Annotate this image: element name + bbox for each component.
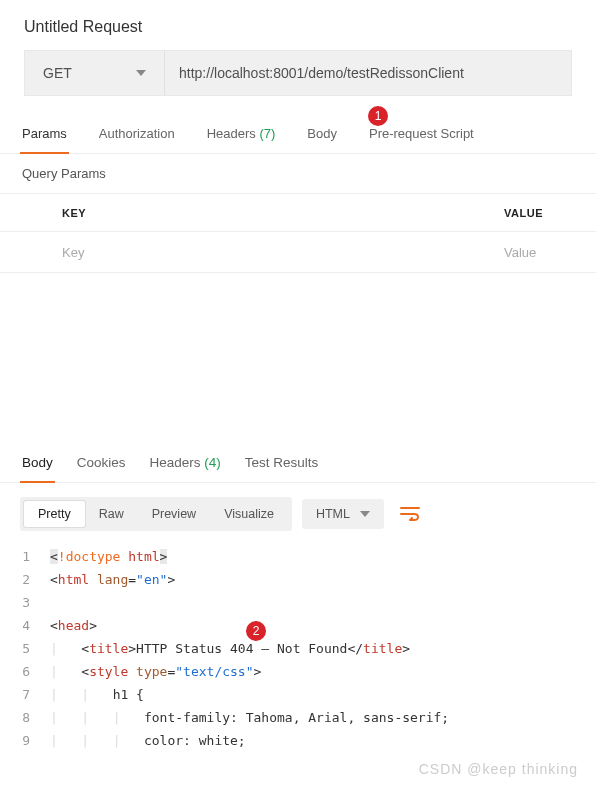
view-visualize[interactable]: Visualize: [210, 501, 288, 527]
wrap-lines-button[interactable]: [394, 498, 426, 530]
annotation-badge-1: 1: [368, 106, 388, 126]
table-header: KEY VALUE: [0, 194, 596, 232]
wrap-icon: [400, 507, 420, 521]
url-bar: GET http://localhost:8001/demo/testRedis…: [24, 50, 572, 96]
view-preview[interactable]: Preview: [138, 501, 210, 527]
code-line: 8| | | font-family: Tahoma, Arial, sans-…: [20, 706, 596, 729]
code-line: 3: [20, 591, 596, 614]
response-tabs: BodyCookiesHeaders (4)Test Results: [0, 443, 596, 483]
view-raw[interactable]: Raw: [85, 501, 138, 527]
code-line: 4<head>: [20, 614, 596, 637]
language-label: HTML: [316, 507, 350, 521]
tab-authorization[interactable]: Authorization: [97, 116, 177, 153]
request-tabs: ParamsAuthorizationHeaders (7)BodyPre-re…: [0, 116, 596, 154]
code-line: 9| | | color: white;: [20, 729, 596, 752]
code-line: 5| <title>HTTP Status 404 – Not Found</t…: [20, 637, 596, 660]
chevron-down-icon: [360, 511, 370, 517]
tab-resp-headers[interactable]: Headers (4): [148, 443, 223, 482]
table-row[interactable]: Key Value: [0, 232, 596, 272]
chevron-down-icon: [136, 70, 146, 76]
tab-headers[interactable]: Headers (7): [205, 116, 278, 153]
value-input[interactable]: Value: [504, 245, 596, 260]
query-params-title: Query Params: [0, 154, 596, 193]
response-body-code[interactable]: 1<!doctype html>2<html lang="en">34<head…: [0, 545, 596, 752]
tab-body[interactable]: Body: [305, 116, 339, 153]
view-pretty[interactable]: Pretty: [24, 501, 85, 527]
url-input[interactable]: http://localhost:8001/demo/testRedissonC…: [165, 51, 571, 95]
col-value: VALUE: [504, 207, 596, 219]
tab-resp-body[interactable]: Body: [20, 443, 55, 482]
view-mode-segment: Pretty Raw Preview Visualize: [20, 497, 292, 531]
tab-resp-test-results[interactable]: Test Results: [243, 443, 321, 482]
http-method-label: GET: [43, 65, 72, 81]
col-key: KEY: [62, 207, 504, 219]
key-input[interactable]: Key: [62, 245, 504, 260]
annotation-badge-2: 2: [246, 621, 266, 641]
code-line: 1<!doctype html>: [20, 545, 596, 568]
query-params-table: KEY VALUE Key Value: [0, 193, 596, 273]
code-line: 7| | h1 {: [20, 683, 596, 706]
request-title: Untitled Request: [0, 0, 596, 50]
response-toolbar: Pretty Raw Preview Visualize HTML: [0, 483, 596, 545]
code-line: 2<html lang="en">: [20, 568, 596, 591]
tab-resp-cookies[interactable]: Cookies: [75, 443, 128, 482]
tab-params[interactable]: Params: [20, 116, 69, 153]
code-line: 6| <style type="text/css">: [20, 660, 596, 683]
watermark: CSDN @keep thinking: [419, 761, 578, 777]
http-method-select[interactable]: GET: [25, 51, 165, 95]
language-select[interactable]: HTML: [302, 499, 384, 529]
